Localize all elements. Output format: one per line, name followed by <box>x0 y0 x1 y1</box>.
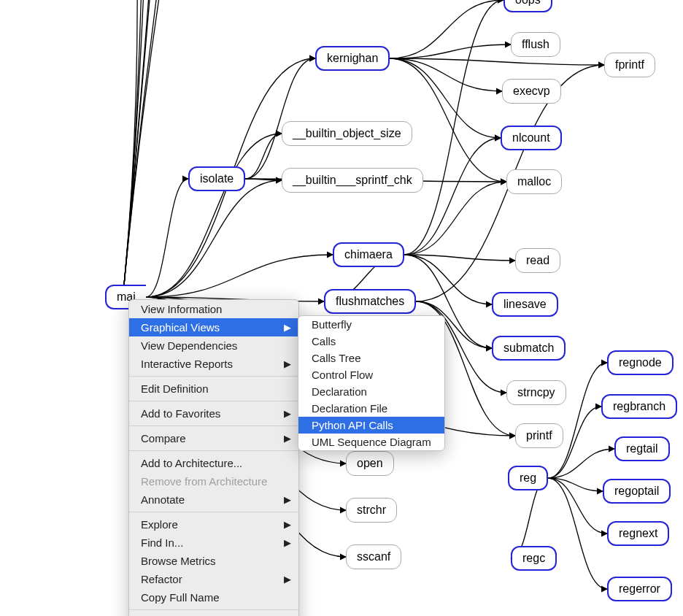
chevron-right-icon: ▶ <box>284 322 291 333</box>
submenu-item[interactable]: Calls Tree <box>298 350 444 366</box>
menu-item[interactable]: View Information <box>129 300 298 318</box>
graph-node-builtin_spr[interactable]: __builtin___sprintf_chk <box>282 168 423 193</box>
graph-node-strchr[interactable]: strchr <box>346 498 397 523</box>
menu-item[interactable]: Copy Full Name <box>129 588 298 610</box>
graph-node-regerror[interactable]: regerror <box>607 577 672 601</box>
submenu-item[interactable]: Control Flow <box>298 366 444 383</box>
graph-node-flushmatches[interactable]: flushmatches <box>324 289 416 314</box>
graphical-views-submenu[interactable]: ButterflyCallsCalls TreeControl FlowDecl… <box>298 315 445 451</box>
graph-node-linesave[interactable]: linesave <box>492 292 558 317</box>
context-menu[interactable]: View InformationGraphical Views▶View Dep… <box>128 299 299 616</box>
chevron-right-icon: ▶ <box>284 519 291 530</box>
menu-item[interactable]: Explore▶ <box>129 515 298 534</box>
graph-node-malloc[interactable]: malloc <box>506 169 562 194</box>
chevron-right-icon: ▶ <box>284 433 291 444</box>
menu-item[interactable]: Find In...▶ <box>129 534 298 552</box>
graph-node-submatch[interactable]: submatch <box>492 336 566 361</box>
chevron-right-icon: ▶ <box>284 574 291 585</box>
menu-item[interactable]: Refactor▶ <box>129 570 298 588</box>
graph-node-regnext[interactable]: regnext <box>607 521 669 546</box>
menu-item[interactable]: Edit Definition <box>129 380 298 401</box>
menu-item[interactable]: Graph▶ <box>129 613 298 616</box>
submenu-item[interactable]: Declaration File <box>298 400 444 417</box>
graph-node-reg[interactable]: reg <box>508 466 548 490</box>
chevron-right-icon: ▶ <box>284 358 291 369</box>
graph-node-printf[interactable]: printf <box>515 423 563 448</box>
graph-node-sscanf[interactable]: sscanf <box>346 544 401 569</box>
graph-node-regc[interactable]: regc <box>511 546 557 571</box>
submenu-item[interactable]: Butterfly <box>298 316 444 333</box>
menu-item[interactable]: Compare▶ <box>129 429 298 451</box>
graph-node-fflush[interactable]: fflush <box>511 32 560 57</box>
chevron-right-icon: ▶ <box>284 408 291 419</box>
submenu-item[interactable]: Calls <box>298 333 444 350</box>
graph-node-regoptail[interactable]: regoptail <box>603 479 671 504</box>
menu-item[interactable]: Annotate▶ <box>129 490 298 512</box>
graph-node-chimaera[interactable]: chimaera <box>333 242 404 267</box>
graph-node-kernighan[interactable]: kernighan <box>315 46 390 71</box>
menu-item[interactable]: Browse Metrics <box>129 552 298 570</box>
graph-node-isolate[interactable]: isolate <box>188 166 245 191</box>
graph-node-open[interactable]: open <box>346 451 394 476</box>
menu-item[interactable]: Add to Favorites▶ <box>129 404 298 426</box>
graph-node-regtail[interactable]: regtail <box>614 436 670 461</box>
graph-node-execvp[interactable]: execvp <box>502 79 561 104</box>
graph-node-builtin_obj[interactable]: __builtin_object_size <box>282 121 412 146</box>
menu-item: Remove from Architecture <box>129 472 298 490</box>
graph-node-fprintf[interactable]: fprintf <box>604 53 655 77</box>
graph-node-read[interactable]: read <box>515 248 560 273</box>
menu-item[interactable]: View Dependencies <box>129 336 298 355</box>
submenu-item[interactable]: UML Sequence Diagram <box>298 434 444 450</box>
graph-node-nlcount[interactable]: nlcount <box>501 126 562 150</box>
menu-item[interactable]: Graphical Views▶ <box>129 318 298 336</box>
chevron-right-icon: ▶ <box>284 494 291 505</box>
submenu-item[interactable]: Python API Calls <box>298 417 444 434</box>
menu-item[interactable]: Add to Architecture... <box>129 454 298 472</box>
graph-node-regbranch[interactable]: regbranch <box>601 394 677 419</box>
submenu-item[interactable]: Declaration <box>298 383 444 400</box>
chevron-right-icon: ▶ <box>284 537 291 548</box>
menu-item[interactable]: Interactive Reports▶ <box>129 355 298 377</box>
graph-node-strncpy[interactable]: strncpy <box>506 380 566 405</box>
graph-node-regnode[interactable]: regnode <box>607 350 674 375</box>
graph-node-oops[interactable]: oops <box>503 0 552 12</box>
